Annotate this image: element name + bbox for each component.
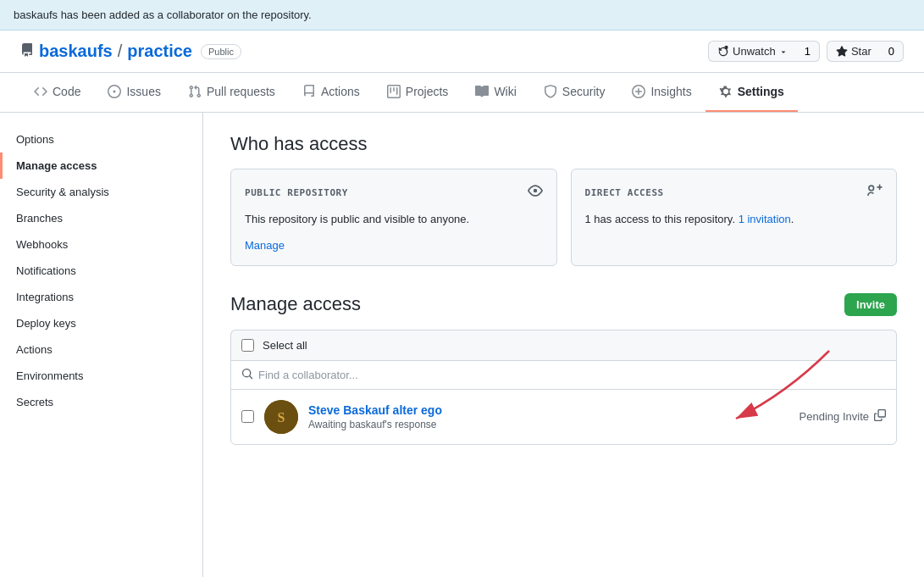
tab-projects[interactable]: Projects [373,73,462,112]
person-add-icon [867,183,883,203]
tab-pull-requests[interactable]: Pull requests [174,73,289,112]
watch-count[interactable]: 1 [796,41,820,62]
star-group: Star 0 [827,41,904,62]
direct-access-suffix: . [791,213,794,225]
nav-tabs: Code Issues Pull requests Actions Projec… [0,73,924,113]
star-button[interactable]: Star [827,41,880,62]
who-has-access-title: Who has access [230,133,897,155]
header-actions: Unwatch 1 Star 0 [708,41,904,62]
star-label: Star [851,45,871,58]
select-all-row: Select all [230,330,897,360]
sidebar-item-deploy-keys[interactable]: Deploy keys [0,310,202,336]
direct-access-card: DIRECT ACCESS 1 has access to this repos… [571,169,898,266]
sidebar-item-integrations[interactable]: Integrations [0,284,202,310]
public-card-label: PUBLIC REPOSITORY [245,187,348,198]
sidebar-item-actions[interactable]: Actions [0,336,202,363]
notification-text: baskaufs has been added as a collaborato… [14,8,312,21]
sidebar-item-notifications[interactable]: Notifications [0,258,202,284]
collaborator-name[interactable]: Steve Baskauf alter ego [308,403,442,417]
collaborator-row: S Steve Baskauf alter ego Awaiting baska… [230,389,897,445]
sidebar-item-webhooks[interactable]: Webhooks [0,231,202,258]
tab-settings-label: Settings [738,85,784,98]
watch-button[interactable]: Unwatch [708,41,796,62]
tab-code[interactable]: Code [20,73,94,112]
notification-bar: baskaufs has been added as a collaborato… [0,0,924,31]
manage-access-header: Manage access Invite [230,293,897,316]
tab-pull-requests-label: Pull requests [207,85,275,98]
public-card-manage-link[interactable]: Manage [245,239,285,252]
collaborator-row-wrap: S Steve Baskauf alter ego Awaiting baska… [230,389,897,445]
tab-security[interactable]: Security [530,73,619,112]
tab-insights[interactable]: Insights [618,73,705,112]
tab-security-label: Security [562,85,606,98]
tab-actions[interactable]: Actions [289,73,373,112]
svg-text:S: S [278,410,285,425]
repo-name[interactable]: practice [127,42,192,61]
sidebar: Options Manage access Security & analysi… [0,113,203,577]
watch-group: Unwatch 1 [708,41,820,62]
invite-button[interactable]: Invite [844,293,897,316]
public-access-card: PUBLIC REPOSITORY This repository is pub… [230,169,557,266]
main-layout: Options Manage access Security & analysi… [0,113,924,577]
direct-access-count: 1 has access to this repository. [585,213,739,225]
repo-owner[interactable]: baskaufs [39,42,113,61]
direct-access-card-header: DIRECT ACCESS [585,183,883,203]
select-all-label: Select all [263,339,307,352]
repo-separator: / [118,42,123,61]
sidebar-item-manage-access[interactable]: Manage access [0,153,202,179]
pending-invite: Pending Invite [800,409,886,424]
public-card-header: PUBLIC REPOSITORY [245,183,543,203]
search-input[interactable] [258,369,886,381]
sidebar-item-options[interactable]: Options [0,126,202,153]
repo-visibility-badge: Public [201,44,241,59]
eye-icon [528,183,543,203]
star-count[interactable]: 0 [880,41,904,62]
tab-settings[interactable]: Settings [705,73,798,112]
collaborator-info: Steve Baskauf alter ego Awaiting baskauf… [308,403,789,430]
copy-icon[interactable] [874,409,886,424]
tab-wiki-label: Wiki [494,85,516,98]
repo-title: baskaufs / practice Public [20,42,241,61]
content-area: Who has access PUBLIC REPOSITORY This re… [203,113,924,577]
collaborator-checkbox[interactable] [241,410,254,423]
sidebar-item-secrets[interactable]: Secrets [0,389,202,415]
direct-access-text: 1 has access to this repository. 1 invit… [585,211,883,228]
tab-projects-label: Projects [406,85,449,98]
search-row [230,360,897,389]
watch-label: Unwatch [733,45,776,58]
tab-wiki[interactable]: Wiki [462,73,529,112]
collaborator-status: Awaiting baskauf's response [308,419,789,430]
tab-issues-label: Issues [126,85,160,98]
search-icon [241,368,253,382]
pending-invite-label: Pending Invite [800,410,869,423]
select-all-checkbox[interactable] [241,339,254,352]
avatar: S [264,400,298,434]
tab-issues[interactable]: Issues [94,73,174,112]
repo-icon [20,43,34,60]
sidebar-item-environments[interactable]: Environments [0,363,202,389]
access-cards: PUBLIC REPOSITORY This repository is pub… [230,169,897,266]
tab-insights-label: Insights [650,85,691,98]
public-card-text: This repository is public and visible to… [245,211,543,228]
manage-access-title: Manage access [230,293,361,315]
tab-actions-label: Actions [321,85,360,98]
sidebar-item-branches[interactable]: Branches [0,205,202,231]
invitation-link[interactable]: 1 invitation [739,213,791,225]
tab-code-label: Code [53,85,80,98]
direct-access-label: DIRECT ACCESS [585,187,664,198]
sidebar-item-security-analysis[interactable]: Security & analysis [0,179,202,205]
repo-header: baskaufs / practice Public Unwatch 1 Sta… [0,31,924,73]
